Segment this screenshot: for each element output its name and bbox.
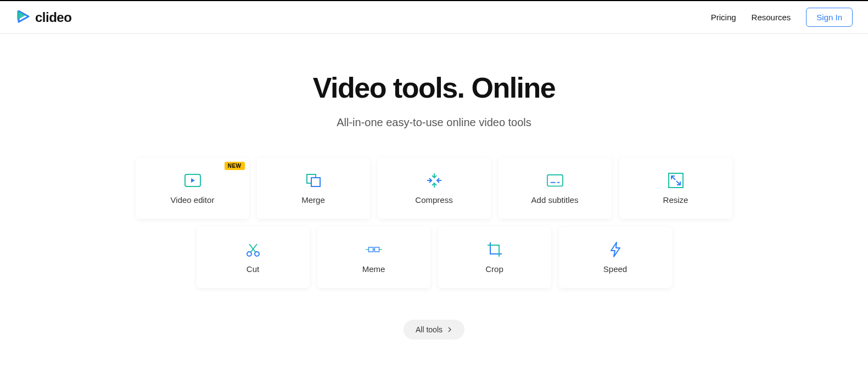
page-subtitle: All-in-one easy-to-use online video tool… xyxy=(0,116,868,129)
nav-pricing[interactable]: Pricing xyxy=(711,13,736,22)
play-icon xyxy=(184,172,201,189)
compress-icon xyxy=(426,172,443,189)
all-tools-label: All tools xyxy=(416,325,443,334)
tool-label: Cut xyxy=(247,264,259,274)
tool-card-meme[interactable]: Meme xyxy=(317,227,430,288)
tool-card-add-subtitles[interactable]: Add subtitles xyxy=(499,157,612,219)
tool-label: Resize xyxy=(663,195,688,205)
chevron-right-icon xyxy=(447,325,452,334)
top-nav: Pricing Resources Sign In xyxy=(711,8,853,27)
svg-line-11 xyxy=(671,176,675,180)
new-badge: NEW xyxy=(225,162,245,170)
svg-rect-10 xyxy=(669,173,683,188)
hero-section: Video tools. Online All-in-one easy-to-u… xyxy=(0,34,868,339)
signin-button[interactable]: Sign In xyxy=(806,8,853,27)
merge-icon xyxy=(305,172,322,189)
subtitles-icon xyxy=(547,172,563,189)
meme-icon xyxy=(366,241,382,258)
header: clideo Pricing Resources Sign In xyxy=(0,0,868,34)
tools-row-2: Cut Meme Crop Speed xyxy=(197,227,672,288)
tool-label: Merge xyxy=(301,195,325,205)
tool-label: Video editor xyxy=(171,195,215,205)
tool-card-merge[interactable]: Merge xyxy=(257,157,370,219)
svg-rect-2 xyxy=(311,178,320,186)
tool-card-cut[interactable]: Cut xyxy=(197,227,310,288)
tools-grid: NEW Video editor Merge Compress xyxy=(0,157,868,288)
tool-card-crop[interactable]: Crop xyxy=(438,227,551,288)
brand-logo[interactable]: clideo xyxy=(15,9,71,26)
tool-label: Add subtitles xyxy=(531,195,579,205)
tool-card-compress[interactable]: Compress xyxy=(378,157,491,219)
resize-icon xyxy=(668,172,684,189)
play-logo-icon xyxy=(15,9,31,26)
tools-row-1: NEW Video editor Merge Compress xyxy=(136,157,732,219)
brand-name: clideo xyxy=(35,10,71,25)
tool-label: Compress xyxy=(415,195,452,205)
tool-card-resize[interactable]: Resize xyxy=(619,157,732,219)
svg-line-16 xyxy=(249,244,256,252)
tool-label: Speed xyxy=(603,264,627,274)
svg-line-15 xyxy=(250,244,257,252)
tool-label: Meme xyxy=(362,264,385,274)
nav-resources[interactable]: Resources xyxy=(752,13,791,22)
tool-card-video-editor[interactable]: NEW Video editor xyxy=(136,157,249,219)
speed-icon xyxy=(607,241,624,258)
svg-rect-17 xyxy=(368,247,373,251)
tool-label: Crop xyxy=(485,264,503,274)
cut-icon xyxy=(245,241,261,258)
svg-rect-7 xyxy=(547,174,562,186)
tool-card-speed[interactable]: Speed xyxy=(559,227,672,288)
svg-line-12 xyxy=(676,181,680,185)
crop-icon xyxy=(486,241,503,258)
svg-rect-18 xyxy=(374,247,379,251)
all-tools-button[interactable]: All tools xyxy=(404,320,464,339)
page-title: Video tools. Online xyxy=(0,71,868,104)
